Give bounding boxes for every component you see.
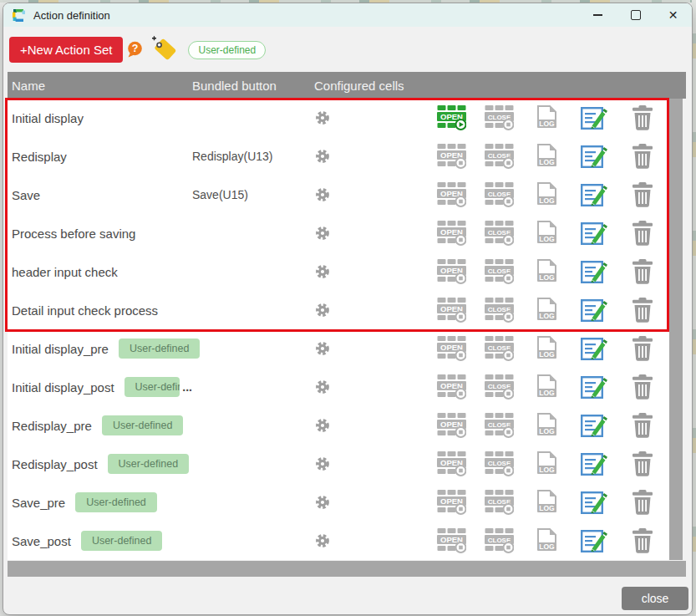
close-action-icon[interactable]: CLOSE <box>485 528 514 553</box>
close-window-button[interactable]: ✕ <box>654 3 692 27</box>
open-action-icon[interactable]: OPEN <box>437 182 466 207</box>
delete-action-icon[interactable] <box>632 490 653 515</box>
settings-gear-icon[interactable] <box>315 418 330 433</box>
open-action-icon[interactable]: OPEN <box>437 259 466 284</box>
open-action-icon[interactable]: OPEN <box>437 528 466 553</box>
log-icon[interactable]: LOG <box>535 413 559 439</box>
row-action-icons: OPEN CLOSE LOG <box>428 374 666 400</box>
delete-action-icon[interactable] <box>632 451 653 476</box>
delete-action-icon[interactable] <box>632 221 653 246</box>
settings-gear-icon[interactable] <box>315 226 330 241</box>
close-action-icon[interactable]: CLOSE <box>485 221 514 246</box>
log-icon[interactable]: LOG <box>535 298 559 323</box>
delete-action-icon[interactable] <box>632 528 653 553</box>
delete-action-icon[interactable] <box>632 374 653 400</box>
row-action-icons: OPEN CLOSE LOG <box>428 490 666 516</box>
edit-action-icon[interactable] <box>581 259 608 284</box>
settings-gear-icon[interactable] <box>315 533 330 548</box>
svg-text:LOG: LOG <box>539 158 555 166</box>
truncation-ellipsis: ... <box>182 380 192 394</box>
close-action-icon[interactable]: CLOSE <box>485 374 514 400</box>
edit-action-icon[interactable] <box>581 298 608 323</box>
log-icon[interactable]: LOG <box>535 336 559 362</box>
open-action-icon[interactable]: OPEN <box>437 451 466 476</box>
action-name: Initial display_post <box>12 380 114 395</box>
edit-action-icon[interactable] <box>581 413 608 438</box>
open-action-icon[interactable]: OPEN <box>437 413 466 438</box>
delete-action-icon[interactable] <box>632 144 653 169</box>
help-icon[interactable]: ? <box>127 41 143 59</box>
table-row: Initial display OPEN CLOSE LOG <box>8 99 669 137</box>
log-icon[interactable]: LOG <box>535 105 559 131</box>
settings-gear-icon[interactable] <box>315 303 330 318</box>
log-icon[interactable]: LOG <box>535 490 559 516</box>
close-action-icon[interactable]: CLOSE <box>485 298 514 323</box>
table-row: Process before saving OPEN CLOSE LOG <box>8 214 669 252</box>
open-action-icon[interactable]: OPEN <box>437 374 466 400</box>
open-action-icon[interactable]: OPEN <box>437 221 466 246</box>
close-action-icon[interactable]: CLOSE <box>485 105 514 130</box>
edit-action-icon[interactable] <box>581 451 608 476</box>
open-action-icon[interactable]: OPEN <box>437 490 466 515</box>
log-icon[interactable]: LOG <box>535 374 559 400</box>
edit-action-icon[interactable] <box>581 374 608 400</box>
edit-action-icon[interactable] <box>581 336 608 361</box>
log-icon[interactable]: LOG <box>535 144 559 170</box>
row-action-icons: OPEN CLOSE LOG <box>428 451 666 477</box>
edit-action-icon[interactable] <box>581 528 608 553</box>
close-action-icon[interactable]: CLOSE <box>485 259 514 284</box>
log-icon[interactable]: LOG <box>535 259 559 285</box>
close-action-icon[interactable]: CLOSE <box>485 413 514 438</box>
action-name: Initial display <box>12 111 84 125</box>
close-action-icon[interactable]: CLOSE <box>485 336 514 361</box>
settings-gear-icon[interactable] <box>315 379 330 395</box>
tag-icon[interactable] <box>148 33 180 64</box>
bundled-button-name: Redisplay(U13) <box>192 150 307 163</box>
settings-gear-icon[interactable] <box>315 341 330 356</box>
svg-text:LOG: LOG <box>539 466 555 474</box>
settings-gear-icon[interactable] <box>315 110 330 125</box>
edit-action-icon[interactable] <box>581 221 608 246</box>
edit-action-icon[interactable] <box>581 105 608 130</box>
user-defined-filter-badge[interactable]: User-defined <box>188 41 266 59</box>
close-action-icon[interactable]: CLOSE <box>485 182 514 207</box>
settings-gear-icon[interactable] <box>315 456 330 471</box>
log-icon[interactable]: LOG <box>535 182 559 208</box>
row-action-icons: OPEN CLOSE LOG <box>428 105 666 131</box>
settings-gear-icon[interactable] <box>315 264 330 279</box>
close-action-icon[interactable]: CLOSE <box>485 451 514 476</box>
log-icon[interactable]: LOG <box>535 221 559 247</box>
delete-action-icon[interactable] <box>632 298 653 323</box>
delete-action-icon[interactable] <box>632 336 653 361</box>
delete-action-icon[interactable] <box>632 105 653 130</box>
row-action-icons: OPEN CLOSE LOG <box>428 413 666 439</box>
delete-action-icon[interactable] <box>632 259 653 284</box>
open-action-icon[interactable]: OPEN <box>437 144 466 169</box>
log-icon[interactable]: LOG <box>535 528 559 554</box>
open-action-icon[interactable]: OPEN <box>437 336 466 361</box>
minimize-button[interactable] <box>579 3 617 27</box>
delete-action-icon[interactable] <box>632 413 653 438</box>
close-icon: ✕ <box>668 9 678 21</box>
settings-gear-icon[interactable] <box>315 187 330 202</box>
close-dialog-button[interactable]: close <box>622 587 688 610</box>
vertical-scrollbar[interactable] <box>669 99 683 560</box>
maximize-button[interactable] <box>617 3 654 27</box>
open-action-icon[interactable]: OPEN <box>437 105 466 130</box>
edit-action-icon[interactable] <box>581 144 608 169</box>
settings-gear-icon[interactable] <box>315 495 330 510</box>
edit-action-icon[interactable] <box>581 490 608 515</box>
window-controls: ✕ <box>579 3 692 27</box>
close-action-icon[interactable]: CLOSE <box>485 490 514 515</box>
new-action-set-button[interactable]: +New Action Set <box>9 37 123 63</box>
settings-gear-icon[interactable] <box>315 149 330 164</box>
horizontal-scrollbar[interactable] <box>8 561 686 577</box>
action-definition-dialog: Action definition ✕ +New Action Set ? <box>3 3 693 615</box>
close-action-icon[interactable]: CLOSE <box>485 144 514 169</box>
table-row: Save Save(U15) OPEN CLOSE LOG <box>8 176 669 214</box>
delete-action-icon[interactable] <box>632 182 653 207</box>
edit-action-icon[interactable] <box>581 182 608 207</box>
open-action-icon[interactable]: OPEN <box>437 298 466 323</box>
maximize-icon <box>631 10 641 20</box>
log-icon[interactable]: LOG <box>535 451 559 477</box>
